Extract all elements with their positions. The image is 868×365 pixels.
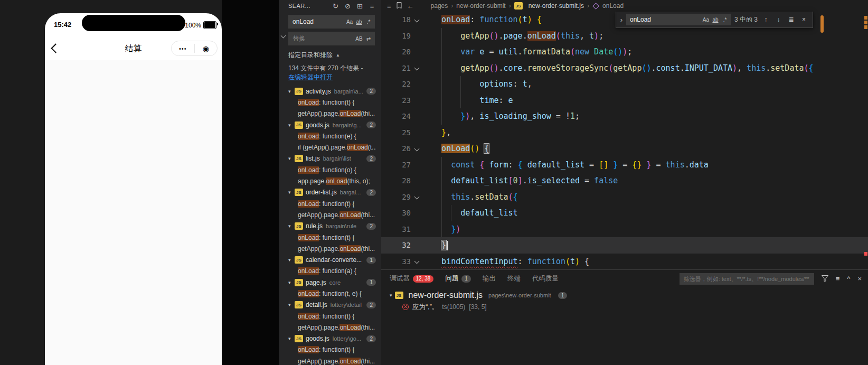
panel-tab-output[interactable]: 输出 <box>483 274 496 283</box>
back-arrow-icon[interactable]: ← <box>407 3 414 10</box>
search-input[interactable] <box>291 17 345 26</box>
line-number[interactable]: 22 <box>381 76 411 92</box>
code-line[interactable]: 28default_list[0].is_selected = false <box>381 173 868 189</box>
twisty-icon[interactable]: ▾ <box>288 336 295 341</box>
panel-tab-problems[interactable]: 问题1 <box>445 274 471 283</box>
line-number[interactable]: 19 <box>381 28 411 44</box>
fold-chevron-icon[interactable] <box>414 259 419 264</box>
code-line[interactable]: 30default_list <box>381 205 868 221</box>
code-line[interactable]: 23time: e <box>381 92 868 109</box>
search-result-file[interactable]: ▾JScalendar-converte...1 <box>279 254 381 265</box>
search-result-file[interactable]: ▾JSgoods.jslottery\go...2 <box>279 333 381 344</box>
code-line[interactable]: 27const { form: { default_list = [] } = … <box>381 157 868 173</box>
twisty-icon[interactable]: ▾ <box>288 302 295 307</box>
close-icon[interactable]: × <box>799 16 808 23</box>
search-result-match[interactable]: getApp().page.onLoad(thi... <box>279 243 381 254</box>
collapse-all-icon[interactable]: ≡ <box>836 275 840 282</box>
regex-icon[interactable]: .* <box>364 17 373 26</box>
code-line[interactable]: 22options: t, <box>381 76 868 92</box>
code-line[interactable]: 29this.setData({ <box>381 189 868 205</box>
open-in-editor-link[interactable]: 在编辑器中打开 <box>288 73 333 81</box>
line-number[interactable]: 23 <box>381 92 411 109</box>
panel-tab-debugger[interactable]: 调试器12, 38 <box>390 274 433 283</box>
line-number[interactable]: 24 <box>381 108 411 125</box>
line-number[interactable]: 30 <box>381 205 411 221</box>
fold-chevron-icon[interactable] <box>414 65 419 71</box>
preserve-case-icon[interactable]: AB <box>355 34 363 43</box>
search-result-match[interactable]: getApp().page.onLoad(thi... <box>279 209 381 220</box>
search-result-match[interactable]: onLoad: function(o) { <box>279 164 381 175</box>
breadcrumb-pages[interactable]: pages <box>431 2 448 10</box>
search-result-match[interactable]: onLoad: function(t) { <box>279 198 381 209</box>
search-result-match[interactable]: onLoad: function(a) { <box>279 266 381 277</box>
search-result-file[interactable]: ▾JSdetail.jslottery\detail2 <box>279 300 381 311</box>
code-line[interactable]: 25}, <box>381 125 868 141</box>
clear-results-icon[interactable]: ⊘ <box>344 2 352 10</box>
replace-input[interactable] <box>291 34 355 43</box>
code-line[interactable]: 21getApp().core.removeStorageSync(getApp… <box>381 60 868 77</box>
find-in-selection-icon[interactable]: ≣ <box>787 16 796 23</box>
breadcrumb-file[interactable]: new-order-submit.js <box>529 2 584 10</box>
line-number[interactable]: 18 <box>381 12 411 28</box>
whole-word-icon[interactable]: ab <box>711 15 720 24</box>
line-number[interactable]: 28 <box>381 173 411 189</box>
search-result-file[interactable]: ▾JSorder-list.jsbargai...2 <box>279 187 381 198</box>
twisty-icon[interactable]: ▾ <box>288 190 295 195</box>
code-line[interactable]: 26onLoad() { <box>381 141 868 157</box>
fold-chevron-icon[interactable] <box>414 17 419 22</box>
search-result-file[interactable]: ▾JSrule.jsbargain\rule2 <box>279 221 381 232</box>
next-match-icon[interactable]: ↓ <box>774 16 783 23</box>
collapse-all-icon[interactable]: ≡ <box>368 2 376 10</box>
toggle-replace-icon[interactable]: › <box>620 16 622 24</box>
search-result-match[interactable]: app.page.onLoad(this, o); <box>279 175 381 186</box>
line-number[interactable]: 21 <box>381 60 411 77</box>
code-line[interactable]: 31}) <box>381 221 868 238</box>
new-search-editor-icon[interactable]: ⊞ <box>356 2 364 10</box>
search-result-file[interactable]: ▾JSactivity.jsbargain\a...2 <box>279 86 381 97</box>
problem-row[interactable]: 应为“,”。 ts(1005) [33, 5] <box>381 301 868 313</box>
search-result-file[interactable]: ▾JSgoods.jsbargain\g...2 <box>279 119 381 130</box>
twisty-icon[interactable]: ▾ <box>288 257 295 263</box>
line-number[interactable]: 31 <box>381 221 411 238</box>
search-result-match[interactable]: if (getApp().page.onLoad(t... <box>279 142 381 153</box>
twisty-icon[interactable]: ▾ <box>288 280 295 285</box>
code-line[interactable]: 24}), is_loading_show = !1; <box>381 108 868 125</box>
fold-chevron-icon[interactable] <box>414 194 419 200</box>
search-result-match[interactable]: onLoad: function(e) { <box>279 130 381 142</box>
line-number[interactable]: 32 <box>381 237 411 254</box>
filter-icon[interactable] <box>822 275 828 283</box>
maximize-panel-icon[interactable]: ^ <box>847 275 850 282</box>
twisty-icon[interactable]: ▾ <box>288 156 295 161</box>
whole-word-icon[interactable]: ab <box>355 17 363 26</box>
toggle-replace-icon[interactable] <box>281 32 285 39</box>
line-number[interactable]: 29 <box>381 189 411 205</box>
twisty-icon[interactable]: ▾ <box>288 223 295 229</box>
capsule-menu[interactable]: ••• ◉ <box>171 41 218 56</box>
line-number[interactable]: 26 <box>381 141 411 157</box>
line-number[interactable]: 33 <box>381 254 411 270</box>
twisty-icon[interactable]: ▾ <box>390 293 392 298</box>
search-result-match[interactable]: getApp().page.onLoad(thi... <box>279 108 381 119</box>
twisty-icon[interactable]: ▾ <box>288 123 295 128</box>
home-icon[interactable]: ◉ <box>195 44 218 53</box>
problems-file-row[interactable]: ▾ JS new-order-submit.js pages\new-order… <box>381 289 868 301</box>
search-result-file[interactable]: ▾JSlist.jsbargain\list2 <box>279 153 381 164</box>
search-result-match[interactable]: getApp().page.onLoad(thi... <box>279 322 381 333</box>
find-input[interactable] <box>629 15 702 24</box>
line-number[interactable]: 27 <box>381 157 411 173</box>
breadcrumb-folder[interactable]: new-order-submit <box>456 2 505 10</box>
overview-ruler[interactable] <box>864 12 868 269</box>
panel-tab-terminal[interactable]: 终端 <box>507 274 521 283</box>
twisty-icon[interactable]: ▾ <box>288 89 295 94</box>
fold-chevron-icon[interactable] <box>414 146 419 151</box>
refresh-icon[interactable]: ↻ <box>332 2 339 10</box>
search-result-match[interactable]: onLoad: function(t) { <box>279 97 381 108</box>
search-result-match[interactable]: onLoad: function(t) { <box>279 232 381 243</box>
search-details-toggle[interactable]: 指定目录和排除 ▲ <box>288 51 381 60</box>
previous-match-icon[interactable]: ↑ <box>761 16 770 23</box>
panel-tab-code-quality[interactable]: 代码质量 <box>532 274 559 283</box>
list-icon[interactable]: ≡ <box>387 3 391 10</box>
search-result-match[interactable]: onLoad: function(t, e) { <box>279 288 381 299</box>
regex-icon[interactable]: .* <box>721 15 729 24</box>
search-result-match[interactable]: onLoad: function(t) { <box>279 344 381 355</box>
